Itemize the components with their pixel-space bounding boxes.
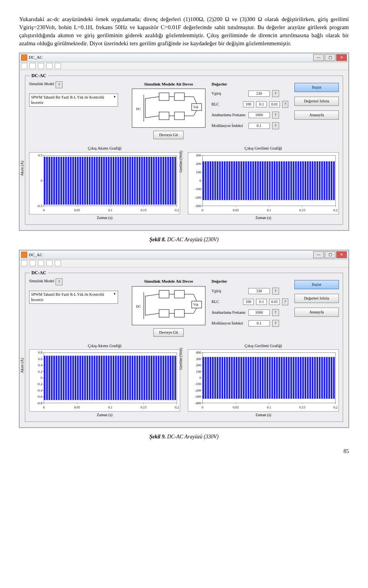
svg-rect-225 (67, 356, 69, 400)
svg-rect-133 (250, 161, 251, 200)
chart-title-akim: Çıkış Akımı Grafiği (29, 343, 180, 349)
svg-rect-255 (139, 356, 140, 400)
reset-button[interactable]: Değerleri Sıfırla (294, 294, 339, 303)
svg-text:-0.4: -0.4 (37, 389, 43, 392)
body-paragraph: Yukarıdaki ac-dc arayüzündeki örnek uygu… (19, 15, 349, 48)
help-button[interactable]: ? (56, 278, 62, 285)
svg-rect-85 (170, 157, 171, 205)
circuit-section-title: Simulink Modele Ait Devre (132, 278, 205, 284)
maximize-button[interactable]: ▢ (325, 251, 335, 258)
model-dropdown[interactable]: SPWM Tabanli Bir Fazli R-L Yük ile Kontr… (29, 94, 118, 107)
svg-rect-233 (87, 356, 88, 400)
maximize-button[interactable]: ▢ (325, 54, 335, 61)
minimize-button[interactable]: — (313, 251, 324, 258)
start-button[interactable]: Başlat (294, 83, 339, 92)
svg-rect-42 (67, 157, 69, 205)
svg-rect-123 (226, 161, 228, 200)
freq-input[interactable]: 1000 (248, 112, 270, 118)
svg-rect-3 (174, 93, 184, 100)
simulink-model-label: Simulink Model (29, 81, 54, 87)
svg-rect-149 (288, 161, 289, 200)
svg-rect-72 (139, 157, 140, 205)
help-button[interactable]: ? (272, 288, 279, 295)
toolbar-icon[interactable] (38, 260, 44, 266)
home-button[interactable]: Anasayfa (294, 308, 339, 317)
rlc-l-input[interactable]: 0.1 (256, 299, 267, 305)
help-button[interactable]: ? (56, 81, 62, 88)
toolbar-icon[interactable] (21, 63, 27, 69)
svg-rect-113 (202, 161, 204, 200)
rlc-r-input[interactable]: 100 (243, 101, 254, 107)
rlc-c-input[interactable]: 0.01 (269, 299, 280, 305)
svg-rect-315 (238, 357, 240, 399)
svg-rect-312 (231, 357, 233, 399)
toolbar-icon[interactable] (55, 260, 61, 266)
help-button[interactable]: ? (282, 298, 288, 305)
vgiris-input[interactable]: 230 (248, 91, 270, 97)
svg-rect-348 (317, 357, 318, 399)
toolbar-icon[interactable] (46, 260, 53, 266)
help-button[interactable]: ? (272, 112, 279, 119)
close-button[interactable]: ✕ (336, 251, 347, 258)
group-title: DC-AC (30, 270, 48, 276)
toolbar-icon[interactable] (30, 260, 36, 266)
svg-rect-163 (321, 161, 323, 200)
svg-text:-0.6: -0.6 (37, 395, 43, 399)
help-button[interactable]: ? (272, 309, 279, 316)
help-button[interactable]: ? (282, 101, 288, 108)
mod-input[interactable]: 0.1 (248, 123, 270, 129)
svg-rect-75 (146, 157, 148, 205)
svg-rect-219 (53, 356, 55, 400)
svg-rect-131 (245, 161, 247, 200)
rlc-label: RLC (212, 102, 241, 107)
toolbar-icon[interactable] (46, 63, 53, 69)
svg-rect-154 (300, 161, 301, 200)
svg-line-13 (194, 97, 197, 104)
rlc-l-input[interactable]: 0.1 (256, 101, 267, 107)
svg-rect-221 (58, 356, 59, 400)
toolbar-icon[interactable] (30, 63, 36, 69)
minimize-button[interactable]: — (313, 54, 324, 61)
help-button[interactable]: ? (272, 320, 279, 327)
svg-text:0.05: 0.05 (233, 208, 239, 212)
svg-rect-235 (91, 356, 93, 400)
circuit-section-title: Simulink Modele Ait Devre (132, 81, 205, 87)
svg-rect-354 (331, 357, 332, 399)
svg-rect-321 (252, 357, 254, 399)
svg-rect-310 (226, 357, 228, 399)
svg-rect-125 (231, 161, 233, 200)
freq-input[interactable]: 1000 (248, 310, 270, 316)
vgiris-input[interactable]: 330 (248, 288, 270, 294)
close-button[interactable]: ✕ (336, 54, 347, 61)
toolbar-icon[interactable] (55, 63, 61, 69)
svg-text:-200: -200 (195, 389, 201, 392)
devreye-git-button[interactable]: Devreye Git (153, 328, 184, 337)
rlc-r-input[interactable]: 100 (243, 299, 254, 305)
svg-rect-62 (115, 157, 117, 205)
model-dropdown[interactable]: SPWM Tabanli Bir Fazli R-L Yük ile Kontr… (29, 291, 118, 304)
devreye-git-button[interactable]: Devreye Git (153, 131, 184, 139)
mod-input[interactable]: 0.1 (248, 320, 270, 326)
toolbar-icon[interactable] (38, 63, 44, 69)
svg-rect-229 (77, 356, 79, 400)
toolbar-icon[interactable] (21, 260, 27, 266)
svg-text:0.2: 0.2 (334, 208, 338, 212)
mod-label: Modülasyon İndeksi (212, 123, 246, 128)
start-button[interactable]: Başlat (294, 280, 339, 289)
svg-rect-61 (113, 157, 114, 205)
svg-rect-337 (290, 357, 292, 399)
svg-rect-326 (264, 357, 266, 399)
svg-rect-332 (278, 357, 280, 399)
help-button[interactable]: ? (272, 90, 279, 97)
home-button[interactable]: Anasayfa (294, 110, 339, 120)
svg-rect-230 (79, 356, 81, 400)
svg-rect-324 (260, 357, 261, 399)
help-button[interactable]: ? (272, 122, 279, 129)
svg-rect-246 (117, 356, 119, 400)
svg-rect-328 (269, 357, 271, 399)
reset-button[interactable]: Değerleri Sıfırla (294, 97, 339, 106)
svg-text:300: 300 (196, 357, 201, 361)
svg-text:0: 0 (202, 405, 204, 409)
rlc-c-input[interactable]: 0.01 (269, 101, 280, 107)
circuit-diagram: DC Yük (132, 89, 205, 128)
